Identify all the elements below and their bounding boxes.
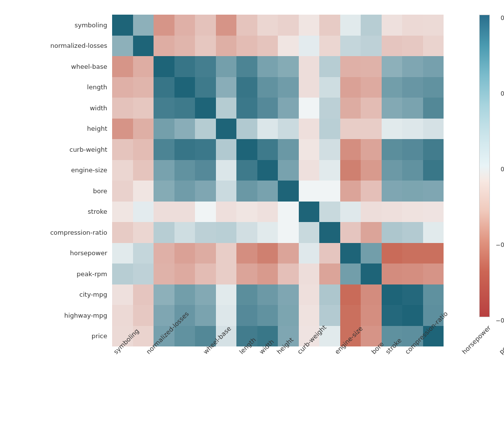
cell-9-13 xyxy=(382,202,403,223)
cell-8-0 xyxy=(112,181,133,202)
cell-0-7 xyxy=(257,15,278,36)
cell-1-6 xyxy=(236,36,257,57)
cell-7-10 xyxy=(319,160,340,181)
x-label-container-7: engine-size xyxy=(333,347,369,445)
x-label-container-5: height xyxy=(275,347,295,445)
cell-10-8 xyxy=(278,222,299,243)
cell-7-11 xyxy=(340,160,361,181)
cell-2-1 xyxy=(133,56,154,77)
y-label-stroke: stroke xyxy=(0,202,111,223)
cell-11-9 xyxy=(299,243,320,264)
cell-0-11 xyxy=(340,15,361,36)
cell-9-9 xyxy=(299,202,320,223)
cell-5-6 xyxy=(236,119,257,140)
cell-14-7 xyxy=(257,305,278,326)
cell-7-12 xyxy=(361,160,382,181)
x-label-container-6: curb-weight xyxy=(296,347,334,445)
cell-12-3 xyxy=(174,264,195,284)
cell-3-7 xyxy=(257,77,278,98)
cell-11-15 xyxy=(423,243,444,264)
cell-10-12 xyxy=(361,222,382,243)
cell-14-11 xyxy=(340,305,361,326)
cell-14-0 xyxy=(112,305,133,326)
cell-8-8 xyxy=(278,181,299,202)
cell-4-7 xyxy=(257,98,278,119)
cell-13-4 xyxy=(195,284,216,305)
cell-2-13 xyxy=(382,56,403,77)
cell-2-14 xyxy=(402,56,423,77)
cell-13-5 xyxy=(216,284,237,305)
cell-6-12 xyxy=(361,139,382,160)
cell-12-2 xyxy=(154,264,174,284)
cell-10-0 xyxy=(112,222,133,243)
cell-9-2 xyxy=(154,202,174,223)
cell-12-9 xyxy=(299,264,320,284)
cell-5-14 xyxy=(402,119,423,140)
cell-1-8 xyxy=(278,36,299,57)
x-label-container-2: wheel-base xyxy=(202,347,238,445)
cell-1-15 xyxy=(423,36,444,57)
cell-1-9 xyxy=(299,36,320,57)
cell-14-10 xyxy=(319,305,340,326)
cell-5-2 xyxy=(154,119,174,140)
cell-11-12 xyxy=(361,243,382,264)
y-label-wheel-base: wheel-base xyxy=(0,56,111,77)
cell-8-10 xyxy=(319,181,340,202)
cell-5-13 xyxy=(382,119,403,140)
cell-4-11 xyxy=(340,98,361,119)
cell-11-4 xyxy=(195,243,216,264)
cell-3-5 xyxy=(216,77,237,98)
cell-1-5 xyxy=(216,36,237,57)
cell-3-4 xyxy=(195,77,216,98)
cell-4-3 xyxy=(174,98,195,119)
cell-8-15 xyxy=(423,181,444,202)
cell-14-8 xyxy=(278,305,299,326)
colorbar-tick-labels: 0.80.40.0−0.4−0.8 xyxy=(477,15,494,317)
cell-4-6 xyxy=(236,98,257,119)
cell-4-13 xyxy=(382,98,403,119)
cell-9-5 xyxy=(216,202,237,223)
cell-7-9 xyxy=(299,160,320,181)
cell-0-13 xyxy=(382,15,403,36)
cell-10-1 xyxy=(133,222,154,243)
cell-6-6 xyxy=(236,139,257,160)
cell-9-4 xyxy=(195,202,216,223)
cell-2-11 xyxy=(340,56,361,77)
cell-2-6 xyxy=(236,56,257,77)
cell-14-5 xyxy=(216,305,237,326)
cell-10-13 xyxy=(382,222,403,243)
chart-container: symbolingnormalized-losseswheel-baseleng… xyxy=(0,0,504,446)
cell-1-7 xyxy=(257,36,278,57)
cell-9-12 xyxy=(361,202,382,223)
cell-12-4 xyxy=(195,264,216,284)
cell-8-6 xyxy=(236,181,257,202)
colorbar-tick-3: −0.4 xyxy=(496,242,504,248)
cell-11-3 xyxy=(174,243,195,264)
heatmap-area xyxy=(112,15,444,346)
y-label-peak-rpm: peak-rpm xyxy=(0,264,111,284)
cell-12-1 xyxy=(133,264,154,284)
cell-13-1 xyxy=(133,284,154,305)
cell-12-12 xyxy=(361,264,382,284)
x-label-container-4: width xyxy=(258,347,275,445)
y-label-price: price xyxy=(0,326,111,347)
cell-12-15 xyxy=(423,264,444,284)
cell-7-14 xyxy=(402,160,423,181)
x-label-container-9: stroke xyxy=(384,347,404,445)
cell-1-13 xyxy=(382,36,403,57)
cell-10-11 xyxy=(340,222,361,243)
y-label-highway-mpg: highway-mpg xyxy=(0,305,111,326)
cell-10-9 xyxy=(299,222,320,243)
cell-7-0 xyxy=(112,160,133,181)
cell-13-11 xyxy=(340,284,361,305)
cell-4-14 xyxy=(402,98,423,119)
cell-6-3 xyxy=(174,139,195,160)
cell-0-5 xyxy=(216,15,237,36)
cell-13-9 xyxy=(299,284,320,305)
cell-0-9 xyxy=(299,15,320,36)
x-label-peak-rpm: peak-rpm xyxy=(498,329,504,356)
cell-2-3 xyxy=(174,56,195,77)
cell-11-10 xyxy=(319,243,340,264)
cell-9-1 xyxy=(133,202,154,223)
cell-4-0 xyxy=(112,98,133,119)
